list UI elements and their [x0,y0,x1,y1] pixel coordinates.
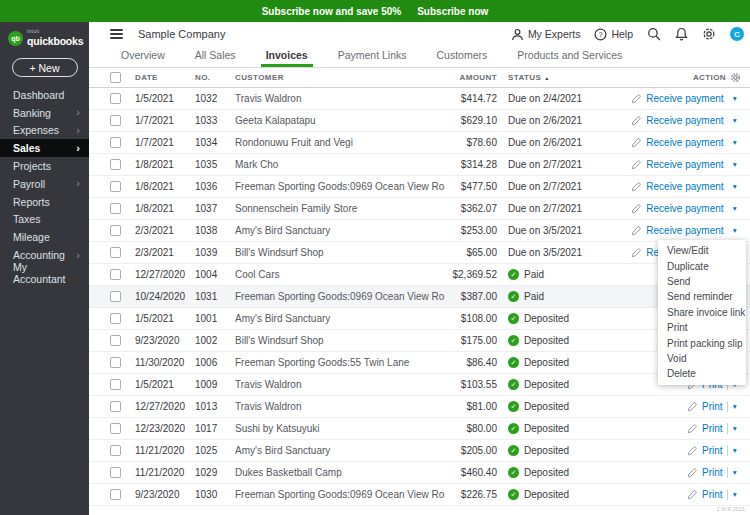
primary-action-link[interactable]: Print [702,445,723,456]
row-checkbox[interactable] [110,247,121,258]
row-checkbox[interactable] [110,489,121,500]
edit-pencil-icon[interactable] [631,225,642,236]
invoice-customer[interactable]: Dukes Basketball Camp [235,467,445,478]
context-menu-item-void[interactable]: Void [658,351,746,366]
edit-pencil-icon[interactable] [631,203,642,214]
tab-products-and-services[interactable]: Products and Services [514,49,625,67]
invoice-customer[interactable]: Rondonuwu Fruit and Vegi [235,137,445,148]
action-dropdown-caret[interactable]: ▼ [732,183,738,190]
column-header-date[interactable]: DATE [135,73,195,82]
sidebar-item-dashboard[interactable]: Dashboard [0,86,89,104]
context-menu-item-view-edit[interactable]: View/Edit [658,243,746,258]
sidebar-item-expenses[interactable]: Expenses › [0,122,89,140]
row-checkbox[interactable] [110,335,121,346]
row-checkbox[interactable] [110,269,121,280]
action-dropdown-caret[interactable]: ▼ [732,403,738,410]
primary-action-link[interactable]: Receive payment [646,181,723,192]
column-header-amount[interactable]: AMOUNT [445,73,497,82]
sidebar-item-taxes[interactable]: Taxes [0,211,89,229]
action-dropdown-caret[interactable]: ▼ [732,161,738,168]
new-button[interactable]: + New [12,58,78,77]
sidebar-item-mileage[interactable]: Mileage [0,228,89,246]
row-checkbox[interactable] [110,313,121,324]
invoice-customer[interactable]: Sonnenschein Family Store [235,203,445,214]
row-checkbox[interactable] [110,291,121,302]
primary-action-link[interactable]: Receive payment [646,225,723,236]
subscribe-now-link[interactable]: Subscribe now [417,6,488,17]
invoice-customer[interactable]: Freeman Sporting Goods:55 Twin Lane [235,357,445,368]
row-checkbox[interactable] [110,467,121,478]
tab-payment-links[interactable]: Payment Links [335,49,410,67]
invoice-customer[interactable]: Amy's Bird Sanctuary [235,225,445,236]
notifications-bell-icon[interactable] [675,27,688,41]
hamburger-menu-icon[interactable] [110,29,123,39]
invoice-customer[interactable]: Bill's Windsurf Shop [235,247,445,258]
action-dropdown-caret[interactable]: ▼ [732,447,738,454]
primary-action-link[interactable]: Print [702,467,723,478]
primary-action-link[interactable]: Receive payment [646,93,723,104]
context-menu-item-print-packing-slip[interactable]: Print packing slip [658,335,746,350]
row-checkbox[interactable] [110,445,121,456]
row-checkbox[interactable] [110,137,121,148]
sidebar-item-reports[interactable]: Reports [0,193,89,211]
primary-action-link[interactable]: Receive payment [646,137,723,148]
action-dropdown-caret[interactable]: ▼ [732,491,738,498]
invoice-customer[interactable]: Travis Waldron [235,379,445,390]
context-menu-item-print[interactable]: Print [658,320,746,335]
invoice-customer[interactable]: Sushi by Katsuyuki [235,423,445,434]
invoice-customer[interactable]: Travis Waldron [235,401,445,412]
primary-action-link[interactable]: Receive payment [646,203,723,214]
context-menu-item-send[interactable]: Send [658,274,746,289]
primary-action-link[interactable]: Print [702,423,723,434]
edit-pencil-icon[interactable] [631,115,642,126]
settings-gear-icon[interactable] [702,27,716,41]
edit-pencil-icon[interactable] [631,137,642,148]
invoice-customer[interactable]: Freeman Sporting Goods:0969 Ocean View R… [235,181,445,192]
edit-pencil-icon[interactable] [631,159,642,170]
row-checkbox[interactable] [110,115,121,126]
edit-pencil-icon[interactable] [687,423,698,434]
action-dropdown-caret[interactable]: ▼ [732,205,738,212]
sidebar-item-sales[interactable]: Sales › [0,139,89,157]
invoice-customer[interactable]: Mark Cho [235,159,445,170]
sidebar-item-my-accountant[interactable]: My Accountant [0,264,89,282]
primary-action-link[interactable]: Receive payment [646,115,723,126]
row-checkbox[interactable] [110,93,121,104]
tab-customers[interactable]: Customers [434,49,491,67]
primary-action-link[interactable]: Receive payment [646,159,723,170]
edit-pencil-icon[interactable] [687,401,698,412]
column-header-no[interactable]: NO. [195,73,235,82]
select-all-checkbox[interactable] [110,72,121,83]
edit-pencil-icon[interactable] [687,489,698,500]
search-icon[interactable] [647,27,661,41]
primary-action-link[interactable]: Print [702,489,723,500]
edit-pencil-icon[interactable] [631,181,642,192]
action-dropdown-caret[interactable]: ▼ [732,227,738,234]
context-menu-item-duplicate[interactable]: Duplicate [658,258,746,273]
sidebar-item-banking[interactable]: Banking › [0,104,89,122]
row-checkbox[interactable] [110,379,121,390]
action-dropdown-caret[interactable]: ▼ [732,139,738,146]
edit-pencil-icon[interactable] [687,467,698,478]
sidebar-item-payroll[interactable]: Payroll › [0,175,89,193]
invoice-customer[interactable]: Cool Cars [235,269,445,280]
action-dropdown-caret[interactable]: ▼ [732,117,738,124]
column-settings-gear-icon[interactable] [730,72,741,83]
row-checkbox[interactable] [110,423,121,434]
edit-pencil-icon[interactable] [631,93,642,104]
tab-invoices[interactable]: Invoices [263,49,311,67]
invoice-customer[interactable]: Amy's Bird Sanctuary [235,445,445,456]
tab-all-sales[interactable]: All Sales [192,49,239,67]
edit-pencil-icon[interactable] [687,445,698,456]
column-header-status[interactable]: STATUS ▲ [497,73,640,82]
user-avatar[interactable]: C [730,27,744,41]
context-menu-item-share-invoice-link[interactable]: Share invoice link [658,305,746,320]
row-checkbox[interactable] [110,401,121,412]
row-checkbox[interactable] [110,159,121,170]
sidebar-item-projects[interactable]: Projects [0,157,89,175]
my-experts-button[interactable]: My Experts [511,28,581,41]
invoice-customer[interactable]: Freeman Sporting Goods:0969 Ocean View R… [235,291,445,302]
row-checkbox[interactable] [110,181,121,192]
row-checkbox[interactable] [110,357,121,368]
invoice-customer[interactable]: Amy's Bird Sanctuary [235,313,445,324]
